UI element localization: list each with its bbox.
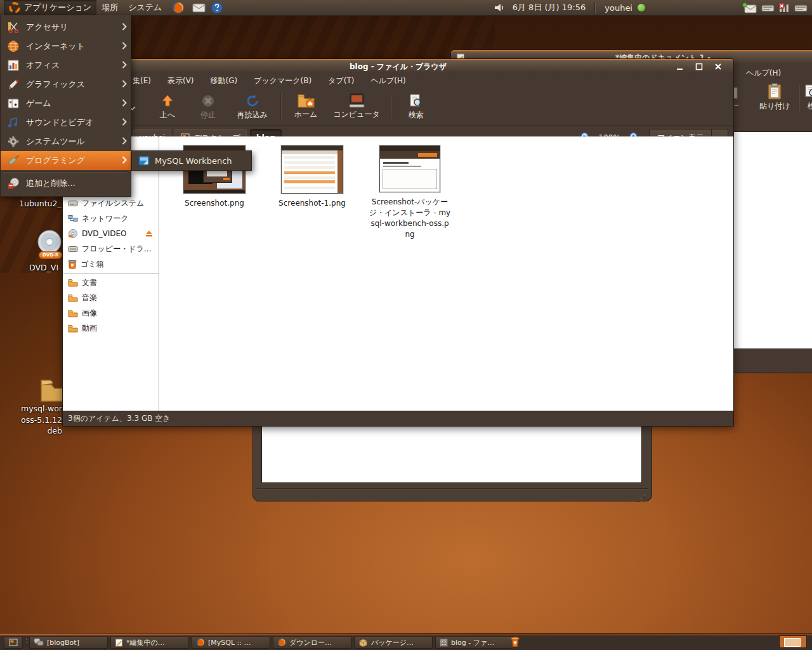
chevron-right-icon (122, 99, 127, 109)
thumb-part (284, 180, 335, 183)
file-item-screenshot-installer[interactable]: Screenshot-パッケージ・インストーラ - mysql-workbenc… (369, 145, 451, 240)
resize-grip[interactable] (644, 494, 645, 496)
trash-applet-icon[interactable] (510, 635, 520, 650)
eject-icon[interactable] (145, 229, 154, 239)
bottom-taskbar: [blogBot] *編集中の… [MySQL :: … ダウンロー… パッケー… (0, 633, 812, 650)
mail-notification-icon[interactable] (740, 0, 759, 15)
menu-separator (3, 171, 128, 173)
home-button[interactable]: ホーム (289, 93, 322, 120)
sidebar-item-trash[interactable]: ゴミ箱 (63, 256, 159, 272)
close-button[interactable] (713, 61, 723, 73)
thumb-part (282, 150, 343, 154)
computer-label: コンピュータ (333, 109, 379, 120)
clock[interactable]: 6月 8日 (月) 19:56 (508, 0, 591, 15)
taskbar-handle[interactable] (26, 639, 27, 640)
editor-paste-button[interactable]: 貼り付け (759, 83, 790, 112)
task-label: [blogBot] (47, 639, 79, 647)
task-label: [MySQL :: … (208, 639, 251, 647)
sidebar-item-documents[interactable]: 文書 (63, 275, 159, 290)
menu-item-sound-video[interactable]: サウンドとビデオ (1, 113, 131, 132)
menu-view[interactable]: 表示(V) (167, 76, 194, 86)
computer-button[interactable]: コンピュータ (330, 93, 383, 120)
menu-help[interactable]: ヘルプ(H) (370, 76, 405, 86)
sidebar-label: ネットワーク (82, 213, 128, 224)
task-blogbot[interactable]: [blogBot] (29, 636, 108, 649)
status-text: 3個のアイテム、3.3 GB 空き (68, 413, 171, 424)
user-switcher[interactable]: youhei (599, 0, 634, 15)
menu-item-office[interactable]: オフィス (1, 56, 131, 75)
sidebar-item-music[interactable]: 音楽 (63, 290, 159, 305)
stop-button[interactable]: 停止 (192, 93, 225, 121)
sidebar-label: 動画 (82, 323, 97, 334)
deb-folder-label-3[interactable]: deb (16, 426, 62, 435)
dvd-desktop-label[interactable]: DVD_VI (29, 263, 62, 272)
sidebar-item-videos[interactable]: 動画 (63, 321, 159, 336)
firefox-launcher[interactable] (167, 0, 190, 15)
desktop-icon-label-deb[interactable]: 1ubuntu2_ (19, 199, 62, 208)
places-label: 場所 (102, 2, 118, 13)
task-editor[interactable]: *編集中の… (110, 636, 189, 649)
sidebar-item-floppy[interactable]: フロッピー・ドラ… (63, 241, 159, 256)
file-browser-statusbar: 3個のアイテム、3.3 GB 空き (63, 411, 733, 426)
sidebar-item-network[interactable]: ネットワーク (63, 211, 159, 226)
task-firefox-download[interactable]: ダウンロー… (273, 636, 351, 649)
editor-search-label: 検 (808, 101, 812, 112)
menu-item-add-remove[interactable]: 追加と削除... (1, 174, 131, 193)
menu-tabs[interactable]: タブ(T) (328, 76, 354, 86)
sidebar-item-pictures[interactable]: 画像 (63, 305, 159, 321)
minimize-button[interactable] (675, 61, 685, 73)
keyboard-indicator-icon[interactable] (759, 0, 776, 15)
menu-go[interactable]: 移動(G) (211, 76, 238, 86)
folder-icon (68, 324, 78, 333)
applications-label: アプリケーション (24, 2, 91, 13)
task-firefox-mysql[interactable]: [MySQL :: … (192, 636, 270, 649)
sidebar-item-filesystem[interactable]: ファイルシステム (63, 196, 159, 211)
menu-item-accessories[interactable]: アクセサリ (1, 18, 131, 37)
reload-button[interactable]: 再読込み (232, 93, 273, 121)
network-offline-icon[interactable] (776, 0, 792, 15)
menu-item-programming[interactable]: プログラミング (1, 151, 131, 170)
search-button[interactable]: 検索 (400, 93, 433, 121)
system-menu-button[interactable]: システム (123, 0, 167, 15)
volume-icon[interactable] (491, 0, 508, 15)
reload-icon (245, 93, 260, 109)
dvd-desktop-icon[interactable]: DVD-R (35, 229, 64, 260)
mail-launcher[interactable] (190, 0, 208, 15)
editor-search-button[interactable]: 検 (804, 83, 812, 112)
show-desktop-button[interactable] (4, 636, 23, 649)
file-browser-titlebar[interactable]: blog - ファイル・ブラウザ (63, 59, 733, 73)
file-browser-title: blog - ファイル・ブラウザ (63, 62, 733, 72)
file-browser-body: デスクトップ ファイルシステム ネットワーク DVD_VIDEO (63, 136, 733, 411)
menu-item-games[interactable]: ゲーム (1, 94, 131, 113)
places-menu-button[interactable]: 場所 (96, 0, 123, 15)
task-package-installer[interactable]: パッケージ… (354, 636, 433, 649)
user-status-icon (638, 4, 645, 11)
workspace-switcher[interactable] (779, 635, 807, 648)
menu-item-internet[interactable]: インターネット (1, 37, 131, 56)
menu-edit[interactable]: 集(E) (133, 76, 151, 86)
search-label: 検索 (409, 110, 424, 121)
task-label: ダウンロー… (289, 638, 332, 647)
file-browser-menubar: 集(E) 表示(V) 移動(G) ブックマーク(B) タブ(T) ヘルプ(H) (63, 73, 733, 88)
submenu-item-mysql-workbench[interactable]: MySQL Workbench (155, 156, 232, 166)
deb-folder-label-1[interactable]: mysql-wor (16, 404, 62, 413)
keyboard-layout-icon[interactable] (792, 0, 809, 15)
file-browser-window[interactable]: blog - ファイル・ブラウザ 集(E) 表示(V) 移動(G) ブックマーク… (62, 58, 734, 427)
editor-paste-label: 貼り付け (759, 101, 790, 112)
task-file-browser[interactable]: blog - ファ… (435, 636, 514, 649)
help-launcher[interactable] (208, 0, 226, 15)
applications-menu-button[interactable]: アプリケーション (4, 0, 96, 15)
file-item-screenshot-1[interactable]: Screenshot-1.png (271, 145, 353, 209)
up-button[interactable]: 上へ (151, 93, 184, 121)
sidebar-item-dvd[interactable]: DVD_VIDEO (63, 226, 159, 241)
menu-item-graphics[interactable]: グラフィックス (1, 75, 131, 94)
thumb-part (184, 190, 245, 193)
deb-folder-label-2[interactable]: oss-5.1.12 (16, 415, 62, 425)
file-list-area[interactable]: Screenshot.png Screenshot-1.png (159, 136, 733, 411)
maximize-button[interactable] (694, 61, 704, 73)
menu-item-system-tools[interactable]: システムツール (1, 132, 131, 151)
dvd-disc-icon (68, 229, 78, 239)
menu-item-label: アクセサリ (26, 22, 69, 33)
menu-bookmarks[interactable]: ブックマーク(B) (254, 76, 311, 86)
system-label: システム (128, 2, 162, 13)
